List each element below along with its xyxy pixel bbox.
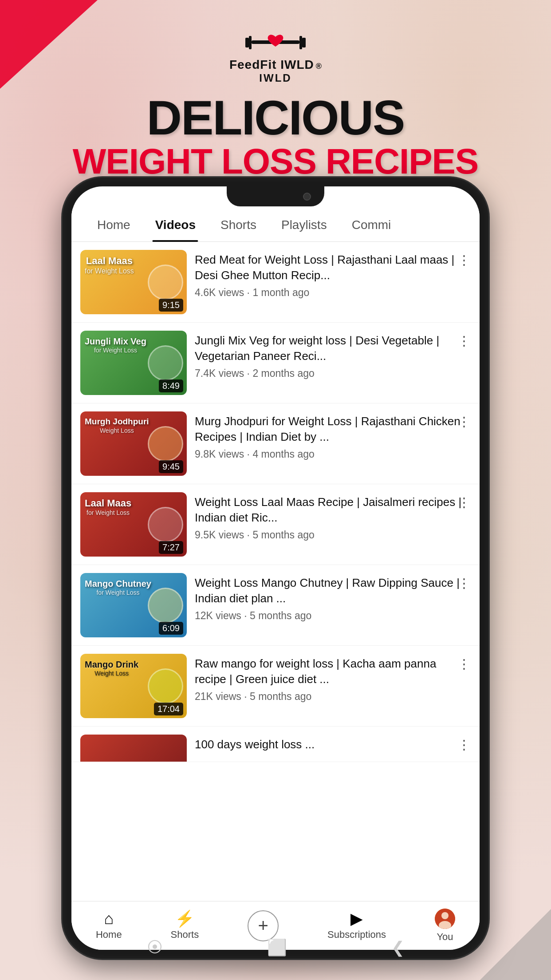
phone-shell: Home Videos Shorts Playlists Commi (63, 178, 488, 959)
video-item[interactable]: Mango Chutney for Weight Loss 6:09 Weigh… (71, 565, 480, 646)
video-title-4: Weight Loss Laal Maas Recipe | Jaisalmer… (195, 494, 471, 526)
tab-home[interactable]: Home (85, 213, 143, 237)
video-meta-6: 21K views · 5 months ago (195, 691, 471, 703)
video-title-2: Jungli Mix Veg for weight loss | Desi Ve… (195, 333, 471, 364)
video-title-6: Raw mango for weight loss | Kacha aam pa… (195, 656, 471, 687)
duration-6: 17:04 (154, 703, 183, 715)
more-options-1[interactable]: ⋮ (455, 250, 473, 270)
subscriptions-icon: ▶ (350, 911, 363, 927)
thumb-label-2: Jungli Mix Veg for Weight Loss (85, 336, 146, 354)
video-thumbnail-3: Murgh Jodhpuri Weight Loss 9:45 (80, 411, 187, 476)
video-thumbnail-1: Laal Maas for Weight Loss 9:15 (80, 250, 187, 314)
tab-shorts[interactable]: Shorts (208, 213, 269, 237)
tab-playlists[interactable]: Playlists (269, 213, 339, 237)
more-options-3[interactable]: ⋮ (455, 411, 473, 431)
phone-mockup: Home Videos Shorts Playlists Commi (63, 178, 488, 959)
video-item[interactable]: 100 days weight loss ... ⋮ (71, 727, 480, 762)
back-button[interactable]: ❮ (391, 938, 405, 957)
duration-1: 9:15 (159, 299, 183, 312)
tab-videos[interactable]: Videos (143, 213, 208, 237)
thumb-label-1: Laal Maas for Weight Loss (85, 255, 134, 276)
phone-screen: Home Videos Shorts Playlists Commi (71, 186, 480, 950)
more-options-5[interactable]: ⋮ (455, 573, 473, 593)
video-thumbnail-7 (80, 735, 187, 762)
video-info-6: Raw mango for weight loss | Kacha aam pa… (195, 654, 471, 718)
duration-5: 6:09 (159, 622, 183, 635)
video-item[interactable]: Laal Maas for Weight Loss 7:27 Weight Lo… (71, 484, 480, 565)
video-thumbnail-6: Mango Drink Weight Loss 17:04 (80, 654, 187, 718)
video-info-5: Weight Loss Mango Chutney | Raw Dipping … (195, 573, 471, 637)
thumb-label-6: Mango Drink Weight Loss (85, 659, 138, 677)
thumb-label-3: Murgh Jodhpuri Weight Loss (85, 417, 149, 435)
food-circle-2 (148, 345, 183, 381)
more-options-6[interactable]: ⋮ (455, 654, 473, 674)
duration-3: 9:45 (159, 460, 183, 473)
video-info-2: Jungli Mix Veg for weight loss | Desi Ve… (195, 331, 471, 395)
video-meta-1: 4.6K views · 1 month ago (195, 287, 471, 299)
svg-rect-3 (299, 36, 302, 49)
food-circle-5 (148, 588, 183, 623)
video-item[interactable]: Jungli Mix Veg for Weight Loss 8:49 Jung… (71, 323, 480, 403)
svg-rect-4 (302, 38, 306, 47)
food-circle-1 (148, 265, 183, 300)
phone-notch (227, 186, 324, 206)
headline-section: DELICIOUS WEIGHT LOSS RECIPES (64, 93, 487, 181)
system-nav: ⦿ ⬜ ❮ (94, 930, 457, 965)
svg-rect-1 (249, 36, 252, 49)
video-title-5: Weight Loss Mango Chutney | Raw Dipping … (195, 575, 471, 606)
video-title-7: 100 days weight loss ... (195, 737, 471, 752)
more-options-4[interactable]: ⋮ (455, 492, 473, 512)
logo-icon (244, 27, 307, 58)
shorts-icon: ⚡ (175, 911, 195, 927)
top-section: FeedFit IWLD ® IWLD DELICIOUS WEIGHT LOS… (0, 0, 551, 186)
food-circle-4 (148, 507, 183, 542)
video-thumbnail-4: Laal Maas for Weight Loss 7:27 (80, 492, 187, 557)
video-thumbnail-5: Mango Chutney for Weight Loss 6:09 (80, 573, 187, 637)
home-icon: ⌂ (104, 911, 114, 927)
logo-area: FeedFit IWLD ® IWLD (229, 27, 322, 84)
video-meta-2: 7.4K views · 2 months ago (195, 368, 471, 379)
you-avatar (435, 909, 455, 929)
svg-point-6 (441, 912, 449, 919)
home-button[interactable]: ⬜ (267, 938, 287, 957)
video-meta-3: 9.8K views · 4 months ago (195, 448, 471, 460)
duration-4: 7:27 (159, 541, 183, 554)
thumb-label-4: Laal Maas for Weight Loss (85, 498, 131, 517)
video-info-3: Murg Jhodpuri for Weight Loss | Rajastha… (195, 411, 471, 476)
video-list: Laal Maas for Weight Loss 9:15 Red Meat … (71, 242, 480, 901)
video-item[interactable]: Murgh Jodhpuri Weight Loss 9:45 Murg Jho… (71, 403, 480, 484)
headline-delicious: DELICIOUS (73, 93, 478, 142)
video-item[interactable]: Laal Maas for Weight Loss 9:15 Red Meat … (71, 242, 480, 323)
video-thumbnail-2: Jungli Mix Veg for Weight Loss 8:49 (80, 331, 187, 395)
food-circle-3 (148, 426, 183, 462)
camera-notch (303, 193, 311, 201)
food-circle-6 (148, 668, 183, 704)
video-info-7: 100 days weight loss ... (195, 735, 471, 754)
video-title-1: Red Meat for Weight Loss | Rajasthani La… (195, 252, 471, 283)
video-info-1: Red Meat for Weight Loss | Rajasthani La… (195, 250, 471, 314)
video-info-4: Weight Loss Laal Maas Recipe | Jaisalmer… (195, 492, 471, 557)
duration-2: 8:49 (159, 379, 183, 392)
more-options-7[interactable]: ⋮ (455, 735, 473, 755)
thumb-label-5: Mango Chutney for Weight Loss (85, 578, 151, 597)
logo-iwld: IWLD (259, 72, 291, 84)
recent-apps-button[interactable]: ⦿ (147, 938, 163, 957)
headline-wl-recipes: WEIGHT LOSS RECIPES (73, 142, 478, 181)
video-item[interactable]: Mango Drink Weight Loss 17:04 Raw mango … (71, 646, 480, 727)
svg-rect-0 (245, 38, 249, 47)
tab-community[interactable]: Commi (339, 213, 404, 237)
more-options-2[interactable]: ⋮ (455, 331, 473, 351)
channel-nav-tabs[interactable]: Home Videos Shorts Playlists Commi (71, 209, 480, 242)
video-meta-5: 12K views · 5 months ago (195, 610, 471, 622)
video-meta-4: 9.5K views · 5 months ago (195, 529, 471, 541)
video-title-3: Murg Jhodpuri for Weight Loss | Rajastha… (195, 414, 471, 445)
logo-feedfit: FeedFit IWLD (229, 58, 314, 72)
